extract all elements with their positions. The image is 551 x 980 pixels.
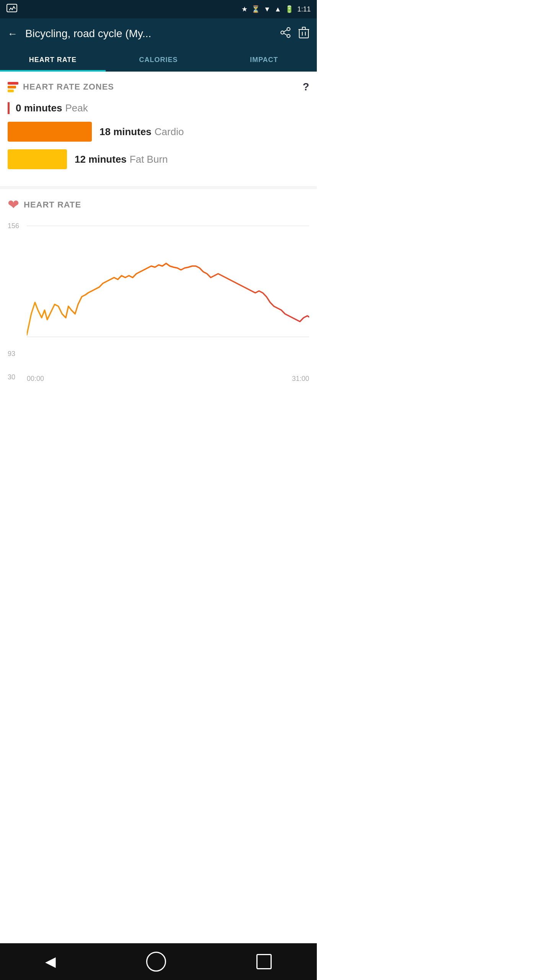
zones-section: HEART RATE ZONES ? 0 minutes Peak 18 min… xyxy=(0,72,317,186)
zone-row-peak: 0 minutes Peak xyxy=(8,102,309,114)
zones-title: HEART RATE ZONES xyxy=(23,82,114,92)
y-label-min: 93 xyxy=(8,350,15,358)
cardio-minutes: 18 minutes xyxy=(99,126,152,138)
status-time: 1:11 xyxy=(297,5,311,13)
svg-point-2 xyxy=(281,31,284,34)
heart-rate-header: ❤ HEART RATE xyxy=(8,197,309,213)
tab-calories[interactable]: CALORIES xyxy=(106,49,211,71)
wifi-icon: ▼ xyxy=(264,5,271,13)
svg-line-4 xyxy=(284,30,287,32)
heart-icon: ❤ xyxy=(8,197,19,213)
cardio-label: Cardio xyxy=(155,126,184,138)
svg-rect-0 xyxy=(7,4,17,12)
share-button[interactable] xyxy=(280,27,291,41)
delete-button[interactable] xyxy=(298,26,309,41)
heart-rate-title: HEART RATE xyxy=(24,200,81,210)
back-button[interactable]: ← xyxy=(8,28,18,40)
svg-point-3 xyxy=(287,34,290,38)
peak-label: Peak xyxy=(65,102,88,114)
heart-rate-svg xyxy=(27,222,309,360)
heart-rate-header-left: ❤ HEART RATE xyxy=(8,197,81,213)
heart-rate-chart: 156 93 30 00:00 31:00 xyxy=(8,222,309,383)
help-icon[interactable]: ? xyxy=(303,81,309,93)
status-bar-left xyxy=(6,3,18,15)
fatburn-minutes: 12 minutes xyxy=(75,154,127,165)
svg-point-1 xyxy=(287,28,290,31)
zones-icon xyxy=(8,82,18,92)
main-content: HEART RATE ZONES ? 0 minutes Peak 18 min… xyxy=(0,72,317,390)
svg-rect-8 xyxy=(302,27,305,29)
x-label-start: 00:00 xyxy=(27,375,44,383)
zones-header-left: HEART RATE ZONES xyxy=(8,82,114,92)
svg-rect-6 xyxy=(299,29,308,38)
battery-icon: 🔋 xyxy=(285,5,293,13)
alarm-icon: ⏳ xyxy=(251,5,260,13)
fatburn-bar xyxy=(8,149,67,169)
signal-icon: ▲ xyxy=(274,5,281,13)
tabs: HEART RATE CALORIES IMPACT xyxy=(0,49,317,72)
bluetooth-icon: ★ xyxy=(241,5,248,13)
status-bar: ★ ⏳ ▼ ▲ 🔋 1:11 xyxy=(0,0,317,18)
fatburn-label: Fat Burn xyxy=(130,154,168,165)
cardio-bar xyxy=(8,122,92,142)
y-label-max: 156 xyxy=(8,222,19,230)
peak-minutes: 0 minutes xyxy=(16,102,62,114)
zone-row-cardio: 18 minutes Cardio xyxy=(8,122,309,142)
zones-header: HEART RATE ZONES ? xyxy=(8,81,309,93)
tab-heart-rate[interactable]: HEART RATE xyxy=(0,49,106,71)
x-label-end: 31:00 xyxy=(292,375,309,383)
zone-row-fatburn: 12 minutes Fat Burn xyxy=(8,149,309,169)
svg-line-5 xyxy=(284,33,287,35)
chart-x-labels: 00:00 31:00 xyxy=(8,375,309,383)
heart-rate-section: ❤ HEART RATE 156 93 30 xyxy=(0,189,317,390)
tab-impact[interactable]: IMPACT xyxy=(211,49,317,71)
app-bar: ← Bicycling, road cycle (My... xyxy=(0,18,317,49)
app-bar-title: Bicycling, road cycle (My... xyxy=(25,28,272,40)
